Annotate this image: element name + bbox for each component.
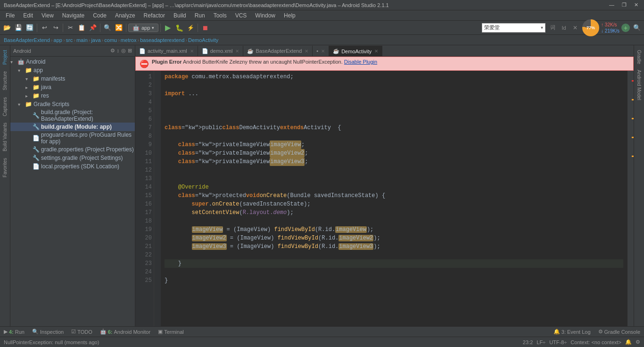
tab-close-1[interactable]: ✕ <box>235 49 239 54</box>
breadcrumb-item-8[interactable]: DemoActivity <box>188 37 218 43</box>
project-collapse-icon[interactable]: ↕ <box>117 48 120 54</box>
editor-tab-0[interactable]: 📄activity_main.xml✕ <box>135 46 198 56</box>
line-ending[interactable]: LF÷ <box>537 339 545 345</box>
breadcrumb-item-3[interactable]: main <box>76 37 88 43</box>
search-input[interactable] <box>484 25 541 31</box>
toolbar-btn-cut[interactable]: ✂ <box>65 23 75 33</box>
search-opt-1[interactable]: 词 <box>547 23 558 33</box>
toolbar-btn-stop[interactable]: ⏹ <box>200 23 210 33</box>
menu-item-window[interactable]: Window <box>251 11 279 20</box>
toolbar-btn-undo[interactable]: ↩ <box>39 23 50 33</box>
toolbar-btn-replace[interactable]: 🔀 <box>114 23 124 33</box>
right-tab-gradle[interactable]: Gradle <box>636 47 643 67</box>
right-tab-android-model[interactable]: Android Model <box>636 67 643 103</box>
breadcrumb-item-6[interactable]: metrox <box>121 37 137 43</box>
menu-item-edit[interactable]: Edit <box>19 11 37 20</box>
editor-tabs: 📄activity_main.xml✕📄demo.xml✕☕BaseAdapte… <box>135 45 634 57</box>
run-btn[interactable]: ▶ <box>163 23 173 33</box>
tree-item-7[interactable]: 🔧build.gradle (Module: app) <box>10 123 135 131</box>
minimize-btn[interactable]: — <box>607 2 616 8</box>
toolbar-btn-plus[interactable]: + <box>621 24 630 32</box>
editor-tab-3[interactable]: •✕ <box>313 46 329 56</box>
menu-item-vcs[interactable]: VCS <box>231 11 251 20</box>
run-config-selector[interactable]: 🤖 app ▾ <box>128 24 158 32</box>
breadcrumb-item-0[interactable]: BaseAdapterExtend <box>4 37 50 43</box>
toolbar-btn-sync[interactable]: 🔄 <box>25 23 35 33</box>
toolbar-btn-save[interactable]: 💾 <box>13 23 24 33</box>
tab-close-2[interactable]: ✕ <box>305 49 308 54</box>
memory-indicator[interactable]: 77% <box>582 19 599 36</box>
settings-icon[interactable]: ⚙ <box>636 339 640 345</box>
line-numbers: 1234567891011121314151617181920212223242… <box>135 71 154 326</box>
toolbar-btn-redo[interactable]: ↪ <box>50 23 61 33</box>
breadcrumb-item-1[interactable]: app <box>54 37 62 43</box>
bottom-tool-terminal[interactable]: ▣Terminal <box>156 328 186 335</box>
debug-btn[interactable]: 🐛 <box>174 23 184 33</box>
cursor-position[interactable]: 23:2 <box>523 339 533 345</box>
close-btn[interactable]: ✕ <box>632 2 640 8</box>
run-icon: 🤖 <box>132 25 140 31</box>
menu-item-code[interactable]: Code <box>89 11 110 20</box>
notification-icon[interactable]: 🔔 <box>625 339 632 345</box>
left-tab-project[interactable]: Project <box>1 47 8 67</box>
tree-item-9[interactable]: 🔧gradle.properties (Project Properties) <box>10 145 135 154</box>
menu-item-refactor[interactable]: Refactor <box>140 11 169 20</box>
encoding[interactable]: UTF-8÷ <box>549 339 567 345</box>
profile-btn[interactable]: ⚡ <box>185 23 196 33</box>
project-settings-icon[interactable]: ⚙ <box>110 48 115 54</box>
tree-item-8[interactable]: 📄proguard-rules.pro (ProGuard Rules for … <box>10 131 135 145</box>
tree-item-4[interactable]: ▸📁res <box>10 91 135 100</box>
search-close-btn[interactable]: ✕ <box>570 23 580 33</box>
bottom-tool-android-monitor[interactable]: 🤖6:Android Monitor <box>98 328 152 335</box>
menu-item-view[interactable]: View <box>38 11 58 20</box>
bottom-tool-icon-3: 🤖 <box>100 329 107 335</box>
toolbar-btn-copy[interactable]: 📋 <box>76 23 87 33</box>
breadcrumb-item-4[interactable]: java <box>91 37 100 43</box>
search-opt-2[interactable]: Id <box>559 23 569 33</box>
project-scope-icon[interactable]: ◎ <box>121 48 126 54</box>
search-dropdown-btn[interactable]: ▾ <box>541 25 543 30</box>
tree-item-1[interactable]: ▾📁app <box>10 66 135 74</box>
menu-item-run[interactable]: Run <box>191 11 209 20</box>
left-tab-captures[interactable]: Captures <box>1 94 8 119</box>
toolbar-btn-open[interactable]: 📂 <box>2 23 12 33</box>
maximize-btn[interactable]: ❐ <box>620 2 628 8</box>
disable-plugin-link[interactable]: Disable Plugin <box>344 59 377 65</box>
tab-close-3[interactable]: ✕ <box>321 49 325 54</box>
menu-item-navigate[interactable]: Navigate <box>58 11 88 20</box>
code-content[interactable]: package comu.metrox.baseadapterextend; i… <box>161 71 627 326</box>
tree-label-10: settings.gradle (Project Settings) <box>41 155 123 161</box>
editor-tab-1[interactable]: 📄demo.xml✕ <box>198 46 244 56</box>
menu-item-build[interactable]: Build <box>170 11 190 20</box>
toolbar-btn-search[interactable]: 🔍 <box>102 23 113 33</box>
event-log-btn[interactable]: 🔔 3: Event Log <box>552 328 593 335</box>
bottom-tool-todo[interactable]: ☑TODO <box>69 328 94 335</box>
breadcrumb-item-7[interactable]: baseadapterextend <box>140 37 184 43</box>
tree-item-5[interactable]: ▾📁Gradle Scripts <box>10 100 135 108</box>
bottom-tool-inspection[interactable]: 🔍Inspection <box>30 328 66 335</box>
gradle-console-btn[interactable]: ⚙ Gradle Console <box>596 328 642 335</box>
toolbar-btn-magnify[interactable]: 🔍 <box>632 23 642 33</box>
toolbar-btn-paste[interactable]: 📌 <box>88 23 98 33</box>
left-tab-favorites[interactable]: Favorites <box>1 155 8 180</box>
tree-item-6[interactable]: 🔧build.gradle (Project: BaseAdapterExten… <box>10 108 135 123</box>
menu-item-file[interactable]: File <box>2 11 18 20</box>
editor-tab-2[interactable]: ☕BaseAdapterExtend✕ <box>243 46 313 56</box>
tree-item-3[interactable]: ▸📁java <box>10 83 135 91</box>
bottom-tool-run[interactable]: ▶4:Run <box>2 328 26 335</box>
menu-item-help[interactable]: Help <box>280 11 299 20</box>
tab-close-4[interactable]: ✕ <box>374 49 378 54</box>
tree-item-11[interactable]: 📄local.properties (SDK Location) <box>10 162 135 171</box>
tree-item-2[interactable]: ▾📁manifests <box>10 74 135 83</box>
tree-item-0[interactable]: ▾🤖Android <box>10 58 135 66</box>
tab-close-0[interactable]: ✕ <box>190 49 194 54</box>
breadcrumb-item-5[interactable]: comu <box>104 37 117 43</box>
project-expand-icon[interactable]: ⊞ <box>128 48 132 54</box>
left-tab-build-variants[interactable]: Build Variants <box>1 120 8 154</box>
tree-item-10[interactable]: 🔧settings.gradle (Project Settings) <box>10 154 135 162</box>
editor-tab-4[interactable]: ☕DemoActivity✕ <box>329 46 382 56</box>
menu-item-analyze[interactable]: Analyze <box>111 11 139 20</box>
left-tab-structure[interactable]: Structure <box>1 68 8 93</box>
breadcrumb-item-2[interactable]: src <box>66 37 73 43</box>
menu-item-tools[interactable]: Tools <box>210 11 231 20</box>
